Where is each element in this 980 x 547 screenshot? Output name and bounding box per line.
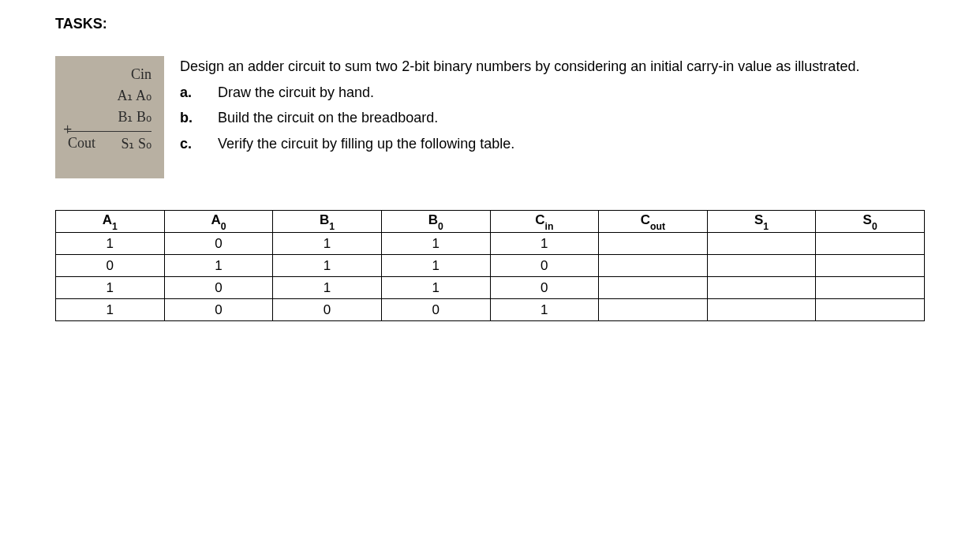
cell: 0 — [273, 299, 382, 321]
sub-item-a: a. Draw the circuit by hand. — [180, 80, 925, 105]
cell: 0 — [56, 255, 165, 277]
cell: 1 — [273, 277, 382, 299]
table-row: 1 0 1 1 1 — [56, 233, 925, 255]
cell — [707, 233, 816, 255]
cell: 1 — [56, 299, 165, 321]
cell — [816, 233, 925, 255]
cell: 0 — [490, 277, 599, 299]
sub-text: Draw the circuit by hand. — [218, 80, 374, 105]
table-row: 1 0 0 0 1 — [56, 299, 925, 321]
cell — [599, 255, 708, 277]
cell — [816, 299, 925, 321]
th-b0: B0 — [381, 211, 490, 233]
cell: 0 — [164, 233, 273, 255]
cell — [707, 277, 816, 299]
cell — [599, 299, 708, 321]
adder-sketch: Cin A₁ A₀ B₁ B₀ + Cout S₁ S₀ — [55, 56, 164, 178]
sub-item-c: c. Verify the circuit by filling up the … — [180, 131, 925, 156]
table-row: 1 0 1 1 0 — [56, 277, 925, 299]
sketch-row-a: A₁ A₀ — [62, 85, 158, 107]
problem-intro: Design an adder circuit to sum two 2-bit… — [180, 56, 925, 77]
cell: 1 — [381, 233, 490, 255]
problem-block: Cin A₁ A₀ B₁ B₀ + Cout S₁ S₀ Design an a… — [55, 56, 925, 178]
cell — [599, 277, 708, 299]
tasks-heading: TASKS: — [55, 16, 925, 32]
cell: 1 — [164, 255, 273, 277]
cell: 0 — [164, 299, 273, 321]
cell — [816, 277, 925, 299]
cell: 1 — [273, 255, 382, 277]
cell — [707, 255, 816, 277]
th-a0: A0 — [164, 211, 273, 233]
sub-text: Verify the circuit by filling up the fol… — [218, 131, 514, 156]
table-row: 0 1 1 1 0 — [56, 255, 925, 277]
sub-text: Build the circuit on the breadboard. — [218, 105, 438, 130]
cell: 1 — [490, 299, 599, 321]
cell: 1 — [381, 255, 490, 277]
sketch-rule — [68, 131, 151, 132]
cell: 1 — [381, 277, 490, 299]
cell: 1 — [56, 233, 165, 255]
cell — [707, 299, 816, 321]
problem-text: Design an adder circuit to sum two 2-bit… — [180, 56, 925, 156]
cell: 1 — [56, 277, 165, 299]
cell: 0 — [490, 255, 599, 277]
cell: 0 — [381, 299, 490, 321]
sketch-result: S₁ S₀ — [121, 135, 151, 152]
sketch-row-b: B₁ B₀ — [62, 107, 158, 128]
th-b1: B1 — [273, 211, 382, 233]
th-cout: Cout — [599, 211, 708, 233]
th-s1: S1 — [707, 211, 816, 233]
sub-letter: c. — [180, 131, 199, 156]
th-s0: S0 — [816, 211, 925, 233]
sketch-cin: Cin — [62, 64, 158, 85]
sub-letter: a. — [180, 80, 199, 105]
cell: 1 — [490, 233, 599, 255]
sub-item-b: b. Build the circuit on the breadboard. — [180, 105, 925, 130]
cell: 1 — [273, 233, 382, 255]
th-a1: A1 — [56, 211, 165, 233]
sub-letter: b. — [180, 105, 199, 130]
sketch-result-row: Cout S₁ S₀ — [62, 135, 158, 152]
cell — [599, 233, 708, 255]
table-body: 1 0 1 1 1 0 1 1 1 0 1 0 1 1 0 — [56, 233, 925, 321]
table-header-row: A1 A0 B1 B0 Cin Cout S1 S0 — [56, 211, 925, 233]
sub-list: a. Draw the circuit by hand. b. Build th… — [180, 80, 925, 156]
th-cin: Cin — [490, 211, 599, 233]
truth-table: A1 A0 B1 B0 Cin Cout S1 S0 1 0 1 1 1 0 1… — [55, 210, 925, 321]
cell — [816, 255, 925, 277]
cell: 0 — [164, 277, 273, 299]
sketch-plus: + — [63, 121, 72, 139]
